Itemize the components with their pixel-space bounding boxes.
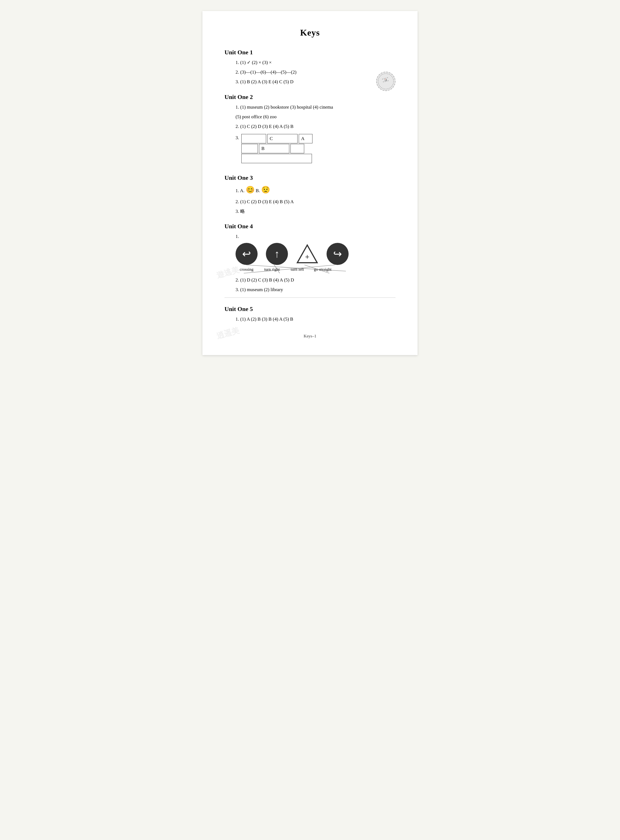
sign-circle-1: ↩: [236, 243, 257, 265]
divider: [224, 298, 396, 298]
grid-row-2: B: [241, 144, 313, 153]
unit1-line3: 3. (1) B (2) A (3) E (4) C (5) D: [236, 78, 396, 86]
grid-box-r1c2: C: [267, 134, 298, 143]
sign-circle-4: ↪: [327, 243, 349, 265]
sign-turn-left: ↩: [236, 243, 257, 265]
unit3-line2: 2. (1) C (2) D (3) E (4) B (5) A: [236, 198, 396, 205]
grid-row-3: [241, 154, 313, 163]
unit4-sign-labels: crossing turn right turn left go straigh…: [236, 267, 396, 272]
sign-circle-2: ↑: [266, 243, 288, 265]
grid-row-1: C A: [241, 134, 313, 143]
unit3-content: 1. A. 😊 B. 😟 2. (1) C (2) D (3) E (4) B …: [224, 184, 396, 215]
sign-go-straight: ↑: [266, 243, 288, 265]
sign-turn-right: ↪: [327, 243, 349, 265]
grid-box-r2c2: B: [259, 144, 289, 153]
unit4-signs-container: ↩ ↑ +: [236, 243, 396, 272]
page-footer: Keys–1: [224, 334, 396, 338]
unit1-content: 1. (1) ✓ (2) × (3) × 2. (3)—(1)—(6)—(4)—…: [224, 59, 396, 86]
smiley-b: 😟: [261, 186, 270, 194]
label-turn-right: turn right: [261, 267, 283, 272]
unit2-line2: 2. (1) C (2) D (3) E (4) A (5) B: [236, 123, 396, 130]
unit2-title: Unit One 2: [224, 93, 396, 101]
unit3-line3: 3. 略: [236, 207, 396, 215]
page-title: Keys: [224, 27, 396, 38]
unit4-title: Unit One 4: [224, 223, 396, 230]
grid-box-r1c1: [241, 134, 266, 143]
grid-box-r1c3: A: [299, 134, 313, 143]
unit2-grid: C A B: [241, 134, 313, 164]
grid-box-r3: [241, 154, 312, 163]
label-crossing: crossing: [236, 267, 257, 272]
grid-box-r2c3: [290, 144, 304, 153]
watermark-2: 逍遥美: [215, 325, 241, 341]
unit2-line3-label: 3.: [236, 134, 239, 141]
unit3-line1-prefix: 1. A.: [236, 188, 245, 193]
unit4-line2: 2. (1) D (2) C (3) B (4) A (5) D: [236, 276, 396, 284]
sign-triangle-3: +: [296, 243, 318, 265]
smiley-a: 😊: [246, 186, 254, 194]
unit5-line1: 1. (1) A (2) B (3) B (4) A (5) B: [236, 316, 396, 323]
unit2-line1: 1. (1) museum (2) bookstore (3) hospital…: [236, 104, 396, 111]
unit4-content: 1. ↩ ↑: [224, 233, 396, 294]
sign-crossing: +: [296, 243, 318, 265]
grid-box-r2c1: [241, 144, 258, 153]
unit3-title: Unit One 3: [224, 174, 396, 182]
sign-arrow-2: ↑: [274, 249, 280, 259]
unit2-content: 1. (1) museum (2) bookstore (3) hospital…: [224, 104, 396, 167]
unit4-signs-row: ↩ ↑ +: [236, 243, 396, 265]
unit3-line1: 1. A. 😊 B. 😟: [236, 184, 396, 196]
unit1-line2: 2. (3)—(1)—(6)—(4)—(5)—(2): [236, 68, 396, 76]
unit3-line1-suffix: B.: [256, 188, 260, 193]
page: ✦✦✦✦ ✦✦✦✦ 🎲 Keys Unit One 1 1. (1) ✓ (2)…: [202, 11, 418, 355]
unit1-line1: 1. (1) ✓ (2) × (3) ×: [236, 59, 396, 66]
label-go-straight: go straight: [312, 267, 334, 272]
unit4-item-label: 1.: [236, 233, 396, 240]
unit4-line3: 3. (1) museum (2) library: [236, 286, 396, 293]
unit2-line1b: (5) post office (6) zoo: [236, 113, 396, 120]
unit5-content: 1. (1) A (2) B (3) B (4) A (5) B: [224, 316, 396, 323]
unit5-title: Unit One 5: [224, 305, 396, 313]
svg-text:+: +: [305, 252, 310, 261]
label-turn-left: turn left: [286, 267, 308, 272]
unit1-title: Unit One 1: [224, 49, 396, 56]
sign-arrow-4: ↪: [333, 249, 342, 259]
sign-arrow-1: ↩: [242, 249, 251, 259]
